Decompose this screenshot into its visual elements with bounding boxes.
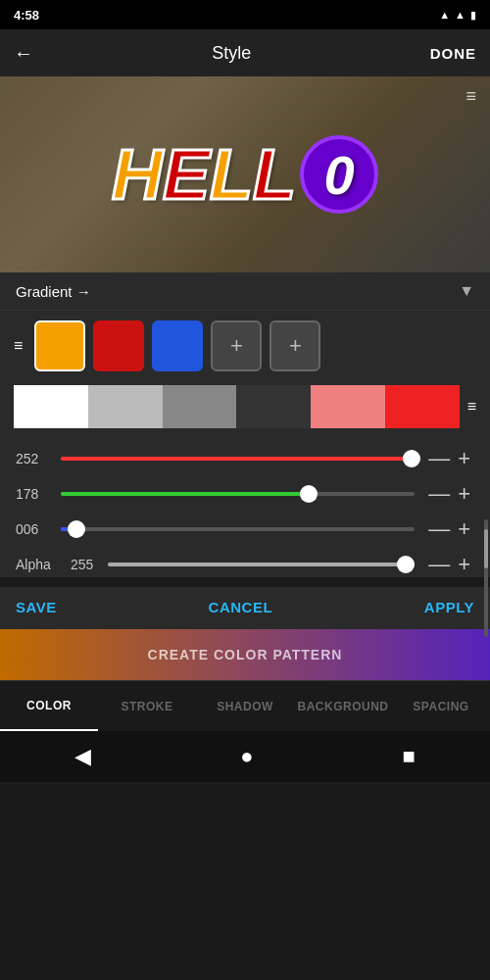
hello-l2: L [253,134,296,215]
red-slider-row: 252 — + [16,446,474,471]
palette-lightred[interactable] [311,385,385,428]
alpha-slider-track[interactable] [108,563,415,566]
action-row: SAVE CANCEL APPLY [0,587,490,629]
tab-stroke[interactable]: STROKE [98,681,196,731]
blue-slider-fill [61,527,68,531]
dropdown-arrow-icon[interactable]: ▼ [459,282,474,300]
hello-o: 0 [300,135,378,214]
tab-shadow[interactable]: SHADOW [196,681,294,731]
blue-slider-track[interactable] [61,527,415,531]
alpha-slider-fill [108,563,415,566]
green-slider-track[interactable] [61,492,415,496]
tab-spacing-label: SPACING [413,700,468,713]
tab-spacing[interactable]: SPACING [392,681,490,731]
red-slider-track[interactable] [61,457,415,461]
nav-back-button[interactable]: ◀ [74,744,91,769]
red-slider-fill [61,457,412,461]
battery-icon: ▮ [470,9,476,22]
blue-slider-thumb [68,520,85,538]
bottom-tabs: COLOR STROKE SHADOW BACKGROUND SPACING [0,680,490,731]
red-decrement-button[interactable]: — [424,446,454,471]
alpha-slider-thumb [397,556,415,573]
swatch-blue[interactable] [152,320,203,371]
signal-icon: ▲ [439,9,450,21]
tab-background-label: BACKGROUND [298,700,389,713]
top-bar: ← Style DONE [0,29,490,76]
alpha-value-label: 255 [71,557,98,572]
blue-increment-button[interactable]: + [454,516,474,542]
add-swatch-button-2[interactable]: + [270,320,320,371]
green-slider-row: 178 — + [16,481,474,507]
apply-button[interactable]: APPLY [424,599,474,615]
gradient-row[interactable]: Gradient → ▼ [0,272,490,311]
swatch-orange[interactable] [34,320,85,371]
status-icons: ▲ ▲ ▮ [439,9,476,22]
swatch-menu-icon[interactable]: ≡ [14,337,23,355]
status-bar: 4:58 ▲ ▲ ▮ [0,0,490,29]
palette-lightgray[interactable] [88,385,163,428]
gradient-label: Gradient → [16,283,91,300]
red-slider-thumb [403,450,420,467]
palette-row: ≡ [0,381,490,436]
palette-white[interactable] [14,385,88,428]
scrollbar[interactable] [484,519,488,637]
green-value-label: 178 [16,486,51,502]
palette-red[interactable] [385,385,460,428]
tab-background[interactable]: BACKGROUND [294,681,392,731]
alpha-increment-button[interactable]: + [454,552,474,577]
swatches-row: ≡ + + [0,311,490,381]
page-title: Style [212,43,251,64]
red-increment-button[interactable]: + [454,446,474,471]
tab-stroke-label: STROKE [121,700,172,713]
alpha-slider-row: Alpha 255 — + [16,552,474,577]
nav-home-button[interactable]: ● [240,744,253,769]
tab-color-label: COLOR [26,699,72,712]
preview-background: H E L L 0 ≡ [0,76,490,272]
add-swatch-button[interactable]: + [211,320,262,371]
wifi-icon: ▲ [455,9,466,21]
alpha-label: Alpha [16,557,71,572]
blue-slider-row: 006 — + [16,516,474,542]
save-button[interactable]: SAVE [16,599,57,615]
hello-h: H [112,134,163,215]
blue-value-label: 006 [16,521,51,537]
cancel-button[interactable]: CANCEL [209,599,273,615]
sliders-panel: 252 — + 178 — + 006 — + Alpha 255 [0,436,490,577]
green-slider-fill [61,492,309,496]
nav-recents-button[interactable]: ■ [403,744,416,769]
create-color-pattern-button[interactable]: CREATE COLOR PATTERN [0,629,490,680]
green-increment-button[interactable]: + [454,481,474,507]
back-button[interactable]: ← [14,42,33,65]
nav-bar: ◀ ● ■ [0,731,490,782]
green-slider-thumb [300,485,318,503]
tab-color[interactable]: COLOR [0,681,98,731]
palette-menu-icon[interactable]: ≡ [467,398,476,416]
palette-darkgray[interactable] [236,385,311,428]
green-decrement-button[interactable]: — [424,481,454,507]
hello-text: H E L L 0 [112,134,378,215]
blue-decrement-button[interactable]: — [424,516,454,542]
status-time: 4:58 [14,8,39,23]
preview-area: H E L L 0 ≡ [0,76,490,272]
palette-gray[interactable] [163,385,237,428]
done-button[interactable]: DONE [430,45,476,62]
hello-l1: L [210,134,253,215]
scrollbar-thumb[interactable] [484,529,488,568]
tab-shadow-label: SHADOW [217,700,273,713]
swatch-red[interactable] [93,320,144,371]
red-value-label: 252 [16,451,51,466]
alpha-decrement-button[interactable]: — [424,552,454,577]
hello-e: E [163,134,210,215]
menu-icon[interactable]: ≡ [466,86,476,107]
